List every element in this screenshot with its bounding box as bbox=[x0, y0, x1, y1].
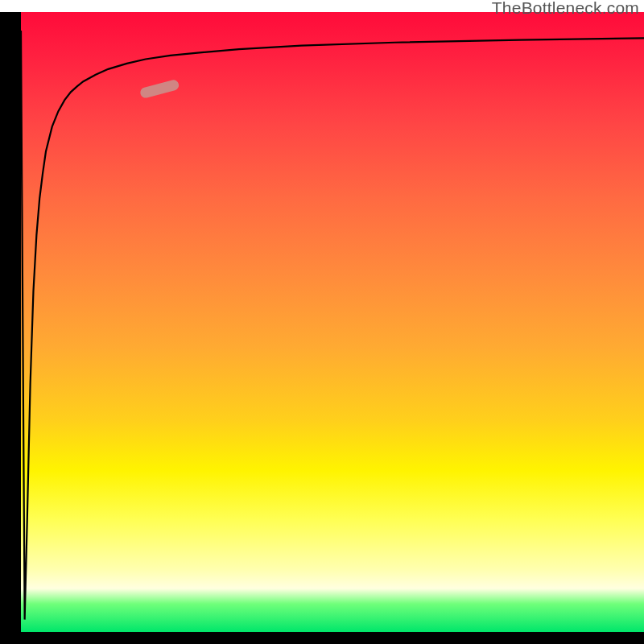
plot-svg bbox=[21, 12, 644, 632]
watermark-text: TheBottleneck.com bbox=[492, 0, 639, 18]
y-axis-band bbox=[0, 12, 21, 632]
highlight-marker bbox=[146, 85, 174, 93]
chart-container: TheBottleneck.com bbox=[0, 0, 644, 644]
x-axis-band bbox=[0, 632, 644, 644]
curve bbox=[21, 31, 644, 620]
